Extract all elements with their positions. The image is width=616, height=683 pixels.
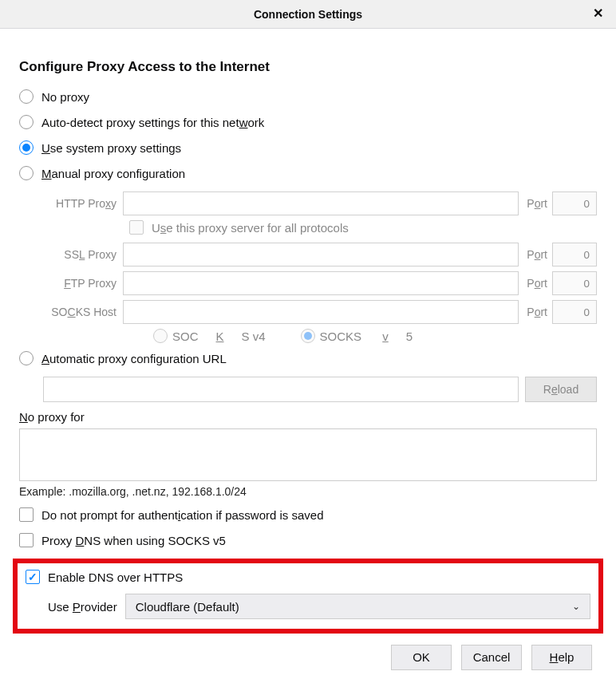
port-label: Port — [527, 306, 547, 318]
http-proxy-input[interactable] — [123, 191, 519, 215]
pac-url-input[interactable] — [43, 377, 519, 402]
ftp-port-input[interactable] — [552, 271, 597, 295]
ftp-proxy-label: FTP Proxy — [43, 277, 123, 290]
cancel-button[interactable]: Cancel — [461, 645, 522, 670]
radio-icon[interactable] — [19, 351, 34, 365]
radio-use-system[interactable]: Use system proxy settings — [19, 140, 597, 155]
radio-pac[interactable]: Automatic proxy configuration URL — [19, 351, 597, 365]
ssl-proxy-label: SSL Proxy — [43, 248, 123, 261]
close-icon[interactable]: ✕ — [590, 6, 605, 21]
checkbox-icon[interactable] — [26, 570, 40, 584]
radio-icon[interactable] — [19, 115, 34, 129]
reload-button[interactable]: Reload — [525, 377, 597, 402]
socks-host-input[interactable] — [123, 300, 519, 324]
radio-manual[interactable]: Manual proxy configuration — [19, 166, 597, 180]
use-for-all-row[interactable]: Use this proxy server for all protocols — [129, 220, 597, 235]
ok-button[interactable]: OK — [391, 645, 452, 670]
check-proxy-dns-socks5[interactable]: Proxy DNS when using SOCKS v5 — [19, 533, 597, 547]
checkbox-icon[interactable] — [129, 220, 144, 235]
ssl-port-input[interactable] — [552, 243, 597, 266]
port-label: Port — [527, 248, 547, 261]
section-heading: Configure Proxy Access to the Internet — [19, 59, 597, 75]
http-proxy-label: HTTP Proxy — [43, 197, 123, 210]
radio-icon[interactable] — [19, 166, 34, 180]
checkbox-icon[interactable] — [19, 533, 34, 547]
button-bar: OK Cancel Help — [19, 645, 597, 670]
content-area: Configure Proxy Access to the Internet N… — [0, 29, 616, 683]
ssl-proxy-row: SSL Proxy Port — [43, 243, 597, 266]
check-no-auth-prompt[interactable]: Do not prompt for authentication if pass… — [19, 507, 597, 522]
checkbox-icon[interactable] — [19, 507, 34, 522]
radio-icon[interactable] — [19, 140, 34, 155]
help-button[interactable]: Help — [531, 645, 592, 670]
socks-port-input[interactable] — [552, 300, 597, 324]
port-label: Port — [527, 277, 547, 290]
titlebar: Connection Settings ✕ — [0, 0, 616, 29]
http-proxy-row: HTTP Proxy Port — [43, 191, 597, 215]
check-enable-doh[interactable]: Enable DNS over HTTPS — [26, 570, 590, 584]
http-port-input[interactable] — [552, 191, 597, 215]
no-proxy-for-input[interactable] — [19, 428, 597, 481]
window-title: Connection Settings — [254, 8, 362, 21]
pac-url-row: Reload — [43, 377, 597, 402]
provider-row: Use Provider Cloudflare (Default) ⌄ — [48, 594, 590, 619]
radio-auto-detect[interactable]: Auto-detect proxy settings for this netw… — [19, 115, 597, 129]
port-label: Port — [527, 197, 547, 210]
socks-host-row: SOCKS Host Port — [43, 300, 597, 324]
radio-socks5[interactable] — [301, 329, 315, 343]
ssl-proxy-input[interactable] — [123, 243, 519, 266]
manual-proxy-grid: HTTP Proxy Port Use this proxy server fo… — [43, 191, 597, 343]
provider-select[interactable]: Cloudflare (Default) ⌄ — [125, 594, 590, 619]
provider-value: Cloudflare (Default) — [136, 600, 239, 614]
socks-host-label: SOCKS Host — [43, 306, 123, 318]
radio-icon[interactable] — [19, 89, 34, 104]
provider-label: Use Provider — [48, 600, 117, 614]
chevron-down-icon: ⌄ — [572, 601, 580, 612]
socks-version-row: SOCKS v4 SOCKS v5 — [153, 329, 597, 343]
ftp-proxy-row: FTP Proxy Port — [43, 271, 597, 295]
no-proxy-for-label: No proxy for — [19, 410, 597, 424]
dns-over-https-section: Enable DNS over HTTPS Use Provider Cloud… — [13, 559, 603, 634]
radio-socks4[interactable] — [153, 329, 168, 343]
no-proxy-example: Example: .mozilla.org, .net.nz, 192.168.… — [19, 485, 597, 498]
radio-no-proxy[interactable]: No proxy — [19, 89, 597, 104]
ftp-proxy-input[interactable] — [123, 271, 519, 295]
